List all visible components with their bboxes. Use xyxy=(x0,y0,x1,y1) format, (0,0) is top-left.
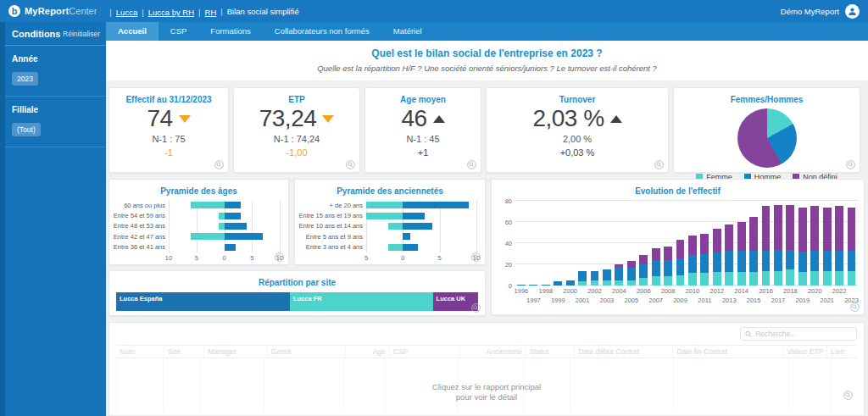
segment-label: Lucca FR xyxy=(293,295,322,302)
user-avatar[interactable] xyxy=(845,4,860,19)
pyramid-row xyxy=(169,233,280,240)
drill-down-icon[interactable] xyxy=(275,252,284,262)
stacked-bar-2016[interactable] xyxy=(762,206,771,286)
bar-right[interactable] xyxy=(403,223,432,230)
bar-right[interactable] xyxy=(225,233,264,240)
column-header-age[interactable]: Age xyxy=(345,346,389,358)
x-axis-label: 2012 xyxy=(709,287,724,295)
drill-down-icon[interactable] xyxy=(654,160,664,169)
message-line: pour voir le détail xyxy=(116,392,857,402)
myreport-dashboard: b MyReport Center |Lucca|Lucca by RH|RH … xyxy=(0,0,868,416)
stacked-bar-2012[interactable] xyxy=(713,229,721,286)
stacked-bar-2007[interactable] xyxy=(652,248,660,286)
column-header-csp[interactable]: CSP xyxy=(389,346,459,358)
stacked-bar-2001[interactable] xyxy=(578,271,587,286)
drill-down-icon[interactable] xyxy=(467,160,476,169)
pyramid-row xyxy=(366,202,476,208)
drill-down-icon[interactable] xyxy=(846,160,855,169)
femme-segment xyxy=(676,275,685,286)
bar-left[interactable] xyxy=(366,213,403,219)
drill-down-icon[interactable] xyxy=(850,302,860,312)
stacked-bar-2022[interactable] xyxy=(835,206,843,286)
stacked-bar-2011[interactable] xyxy=(700,234,709,286)
stacked-bar-2006[interactable] xyxy=(639,255,648,286)
column-header-nom[interactable]: Nom xyxy=(116,346,164,358)
bar-left[interactable] xyxy=(191,202,224,208)
search-field[interactable] xyxy=(755,330,852,338)
stacked-bar-2005[interactable] xyxy=(627,261,636,286)
femme-segment xyxy=(786,269,794,286)
bar-right[interactable] xyxy=(403,233,410,240)
bar-right[interactable] xyxy=(225,244,236,251)
breadcrumb-link-rh[interactable]: RH xyxy=(205,8,217,17)
column-header-anciennete[interactable]: Ancienneté xyxy=(459,346,526,358)
stacked-bar-2014[interactable] xyxy=(737,222,746,286)
stacked-bar-2003[interactable] xyxy=(603,269,611,286)
column-header-date-fin-contrat[interactable]: Date fin Contrat xyxy=(672,346,782,358)
stacked-bar-2008[interactable] xyxy=(664,247,672,286)
bar-right[interactable] xyxy=(225,202,242,208)
bar-right[interactable] xyxy=(403,213,425,219)
column-header-statut[interactable]: Statut xyxy=(526,346,574,358)
bar-left[interactable] xyxy=(191,233,224,240)
search-input[interactable] xyxy=(740,327,857,341)
filter-value-chip[interactable]: (Tout) xyxy=(12,123,41,136)
tab-accueil[interactable]: Accueil xyxy=(106,22,159,41)
stacked-bar-2002[interactable] xyxy=(591,271,599,286)
bar-right[interactable] xyxy=(225,223,247,230)
bar-left[interactable] xyxy=(366,202,403,208)
gender-pie-chart[interactable] xyxy=(737,108,797,168)
breadcrumb-separator: | xyxy=(198,8,200,17)
stacked-bar-2009[interactable] xyxy=(676,240,685,286)
column-header-site[interactable]: Site xyxy=(164,346,203,358)
drill-down-icon[interactable] xyxy=(346,160,355,169)
bar-left[interactable] xyxy=(388,244,403,251)
femme-segment xyxy=(639,278,648,286)
femme-segment xyxy=(688,273,697,286)
empty-table-message: Cliquez sur le rapport principal pour vo… xyxy=(116,367,857,402)
tab-formations[interactable]: Formations xyxy=(198,22,263,41)
x-axis-label: 2002 xyxy=(587,287,602,295)
column-header-lien[interactable]: Lien xyxy=(826,346,857,358)
column-header-valeur-etp[interactable]: Valeur ETP xyxy=(782,346,826,358)
column-header-date-debut-contrat[interactable]: Date début Contrat xyxy=(574,346,672,358)
stacked-bar-2020[interactable] xyxy=(810,206,819,286)
x-axis-label: 2006 xyxy=(637,287,651,295)
stacked-bar-2023[interactable] xyxy=(848,208,856,286)
drill-down-icon[interactable] xyxy=(471,252,481,262)
breadcrumb-link-lucca[interactable]: Lucca xyxy=(116,8,137,17)
bar-left[interactable] xyxy=(388,223,403,230)
homme-segment xyxy=(762,251,771,271)
tab-collaborateurs-non-formes[interactable]: Collaborateurs non formés xyxy=(263,22,381,41)
stacked-bar-2013[interactable] xyxy=(725,225,733,286)
stacked-bar-2017[interactable] xyxy=(774,205,782,286)
site-segment-lucca-fr[interactable]: Lucca FR xyxy=(290,292,433,311)
tab-csp[interactable]: CSP xyxy=(159,22,199,41)
filter-value-chip[interactable]: 2023 xyxy=(12,72,38,86)
stacked-bar-2004[interactable] xyxy=(615,264,623,286)
x-axis-label: 2016 xyxy=(759,287,773,295)
drill-down-icon[interactable] xyxy=(471,303,481,313)
conditions-sidebar: Conditions Réinitialiser Année2023Fillia… xyxy=(0,22,106,416)
stacked-bar-2010[interactable] xyxy=(688,236,697,286)
drill-down-icon[interactable] xyxy=(214,160,224,169)
x-axis-label: 2001 xyxy=(576,297,590,304)
reset-filters-button[interactable]: Réinitialiser xyxy=(63,30,100,38)
category-label: Entre 54 et 59 ans xyxy=(113,212,169,219)
femme-segment xyxy=(713,272,721,286)
tab-materiel[interactable]: Matériel xyxy=(381,22,434,41)
pyramid-row xyxy=(169,213,280,219)
column-header-genre[interactable]: Genre xyxy=(267,346,345,358)
column-header-manager[interactable]: Manager xyxy=(203,346,267,358)
breadcrumb-link-lucca-by-rh[interactable]: Lucca by RH xyxy=(148,8,194,17)
bar-right[interactable] xyxy=(403,202,469,208)
site-segment-lucca-espana[interactable]: Lucca España xyxy=(116,292,290,311)
stacked-bar-2021[interactable] xyxy=(823,208,832,286)
bar-right[interactable] xyxy=(225,213,242,219)
stacked-bar-2015[interactable] xyxy=(749,217,758,286)
stacked-bar-2019[interactable] xyxy=(798,208,807,286)
bar-right[interactable] xyxy=(403,244,417,251)
stacked-bar-2018[interactable] xyxy=(786,205,794,286)
drill-icon[interactable] xyxy=(843,391,853,400)
top-bar: b MyReport Center |Lucca|Lucca by RH|RH … xyxy=(0,0,868,22)
